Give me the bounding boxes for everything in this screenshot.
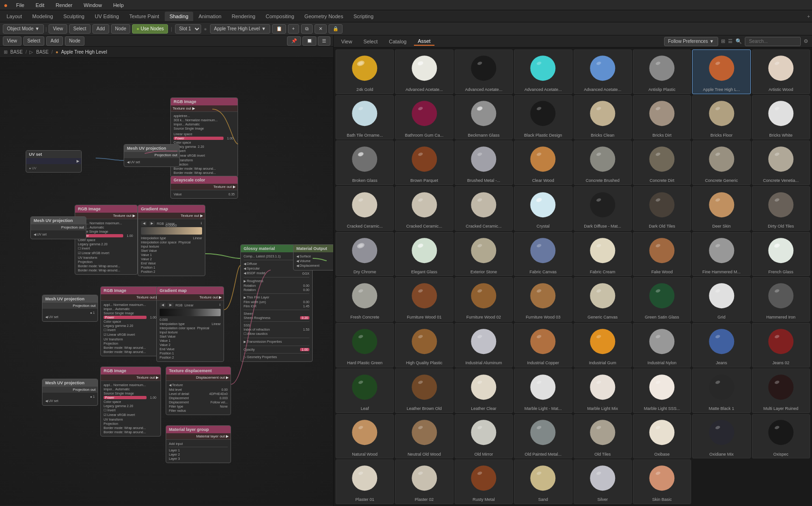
asset-item-57[interactable]: Leather Brown Old <box>395 368 453 413</box>
view-button[interactable]: View <box>49 24 67 34</box>
asset-item-73[interactable]: Plaster 02 <box>395 459 453 504</box>
asset-item-62[interactable]: Matte Black 1 <box>692 368 750 413</box>
node-rgb-image-1[interactable]: RGB Image Texture out ▶ appletree... 303… <box>170 97 238 177</box>
tab-view[interactable]: View <box>337 38 356 45</box>
asset-item-54[interactable]: Jeans <box>692 323 750 367</box>
asset-item-8[interactable]: Bath Tile Orname... <box>336 95 394 140</box>
asset-item-17[interactable]: Brown Parquet <box>395 140 453 185</box>
asset-item-68[interactable]: Old Tiles <box>574 414 632 459</box>
menu-file[interactable]: File <box>13 1 27 9</box>
node-node-btn[interactable]: Node <box>65 36 84 46</box>
asset-item-59[interactable]: Marble Light - Mat... <box>514 368 572 413</box>
shield-button[interactable]: 🔒 <box>329 24 343 34</box>
asset-item-37[interactable]: Fake Wood <box>633 232 691 277</box>
asset-item-4[interactable]: Advanced Acetate... <box>574 49 632 94</box>
asset-item-71[interactable]: Oxispec <box>752 414 810 459</box>
asset-item-76[interactable]: Silver <box>574 459 632 504</box>
asset-item-47[interactable]: Hammered Iron <box>752 277 810 322</box>
asset-item-66[interactable]: Old Mirror <box>455 414 513 459</box>
asset-item-42[interactable]: Furniture Wood 02 <box>455 277 513 322</box>
asset-item-44[interactable]: Generic Canvas <box>574 277 632 322</box>
new-material-button[interactable]: + <box>288 24 299 34</box>
asset-item-33[interactable]: Elegant Glass <box>395 232 453 277</box>
delete-material-button[interactable]: ✕ <box>315 24 327 34</box>
tab-rendering[interactable]: Rendering <box>227 12 260 21</box>
asset-item-41[interactable]: Furniture Wood 01 <box>395 277 453 322</box>
asset-item-29[interactable]: Dark Old Tiles <box>633 186 691 231</box>
asset-item-38[interactable]: Fine Hammered M... <box>692 232 750 277</box>
asset-item-15[interactable]: Bricks White <box>752 95 810 140</box>
asset-item-36[interactable]: Fabric Cream <box>574 232 632 277</box>
object-mode-dropdown[interactable]: Object Mode ▼ <box>3 24 44 34</box>
asset-item-1[interactable]: Advanced Acetate... <box>395 49 453 94</box>
node-gradient-map[interactable]: Gradient map Texture out ▶ ◀ ▶ RGB Linea… <box>138 205 205 276</box>
asset-item-69[interactable]: Oxibase <box>633 414 691 459</box>
asset-item-7[interactable]: Artistic Wood <box>752 49 810 94</box>
material-dropdown[interactable]: Apple Tree High Level ▼ <box>210 24 270 34</box>
node-texture-displacement[interactable]: Texture displacement Displacement out ▶ … <box>166 367 231 415</box>
tab-uv-editing[interactable]: UV Editing <box>90 12 124 21</box>
tab-catalog[interactable]: Catalog <box>385 38 410 45</box>
asset-item-12[interactable]: Bricks Clean <box>574 95 632 140</box>
asset-item-30[interactable]: Deer Skin <box>692 186 750 231</box>
asset-item-23[interactable]: Concrete Venetia... <box>752 140 810 185</box>
node-button[interactable]: Node <box>111 24 131 34</box>
duplicate-material-button[interactable]: ⧉ <box>301 24 313 34</box>
tab-shading[interactable]: Shading <box>165 12 193 21</box>
node-mesh-uv-3[interactable]: Mesh UV projection Projection out ● 1 ◀ … <box>42 295 98 322</box>
asset-item-74[interactable]: Rusty Metal <box>455 459 513 504</box>
tab-texture-paint[interactable]: Texture Paint <box>125 12 164 21</box>
asset-item-61[interactable]: Marble Light SSS... <box>633 368 691 413</box>
asset-item-0[interactable]: 24k Gold <box>336 49 394 94</box>
tab-sculpting[interactable]: Sculpting <box>59 12 89 21</box>
asset-item-24[interactable]: Cracked Ceramic... <box>336 186 394 231</box>
node-rgb-image-3[interactable]: RGB Image Texture out ▶ appl... Normaliz… <box>100 286 161 356</box>
asset-item-19[interactable]: Clear Wood <box>514 140 572 185</box>
node-editor[interactable]: View Select Add Node 📌 🔲 ☰ ⊞ BASE / ▷ BA… <box>0 35 334 506</box>
asset-filter-icon[interactable]: ⊞ <box>721 38 725 44</box>
asset-item-13[interactable]: Bricks Dirt <box>633 95 691 140</box>
tab-geometry-nodes[interactable]: Geometry Nodes <box>300 12 348 21</box>
asset-item-25[interactable]: Cracked Ceramic... <box>395 186 453 231</box>
asset-item-75[interactable]: Sand <box>514 459 572 504</box>
asset-item-50[interactable]: Industrial Aluminum <box>455 323 513 367</box>
node-mesh-uv-1[interactable]: Mesh UV projection Projection out ◀ UV s… <box>124 144 180 167</box>
asset-item-28[interactable]: Dark Diffuse - Mat... <box>574 186 632 231</box>
asset-item-21[interactable]: Concrete Dirt <box>633 140 691 185</box>
asset-item-22[interactable]: Concrete Generic <box>692 140 750 185</box>
asset-item-10[interactable]: Beckmann Glass <box>455 95 513 140</box>
asset-item-53[interactable]: Industrial Nylon <box>633 323 691 367</box>
tab-compositing[interactable]: Compositing <box>261 12 299 21</box>
node-rgb-image-2[interactable]: RGB Image Texture out ▶ 303 k... Normali… <box>75 205 138 275</box>
tab-select[interactable]: Select <box>360 38 382 45</box>
node-rgb-image-4[interactable]: RGB Image Texture out ▶ appl... Normaliz… <box>100 367 161 437</box>
asset-item-67[interactable]: Old Painted Metal... <box>514 414 572 459</box>
asset-item-70[interactable]: Oxidiane Mix <box>692 414 750 459</box>
asset-item-43[interactable]: Furniture Wood 03 <box>514 277 572 322</box>
search-input[interactable] <box>745 37 801 46</box>
node-view-btn[interactable]: View <box>3 36 21 46</box>
asset-item-18[interactable]: Brushed Metal -... <box>455 140 513 185</box>
asset-item-6[interactable]: Apple Tree High L... <box>692 49 750 94</box>
node-uv-set-1[interactable]: UV set ▶ ● UV <box>26 150 82 173</box>
node-add-btn[interactable]: Add <box>46 36 63 46</box>
node-select-btn[interactable]: Select <box>23 36 45 46</box>
asset-item-65[interactable]: Neutral Old Wood <box>395 414 453 459</box>
add-button[interactable]: Add <box>92 24 109 34</box>
asset-item-55[interactable]: Jeans 02 <box>752 323 810 367</box>
asset-item-11[interactable]: Black Plastic Design <box>514 95 572 140</box>
node-material-layer-group[interactable]: Material layer group Material layer out … <box>166 425 231 463</box>
asset-item-64[interactable]: Natural Wood <box>336 414 394 459</box>
asset-item-2[interactable]: Advanced Acetate... <box>455 49 513 94</box>
asset-item-32[interactable]: Dry Chrome <box>336 232 394 277</box>
asset-settings-icon[interactable]: ⚙ <box>804 38 808 44</box>
node-mesh-uv-2[interactable]: Mesh UV projection Projection out ◀ UV s… <box>30 216 86 239</box>
node-material-output[interactable]: Material Output ◀ Surface ◀ Volume ◀ Dis… <box>293 244 333 270</box>
browse-material-button[interactable]: 📋 <box>272 24 286 34</box>
asset-list-icon[interactable]: ☰ <box>728 38 733 44</box>
asset-item-49[interactable]: High Quality Plastic <box>395 323 453 367</box>
asset-item-56[interactable]: Leaf <box>336 368 394 413</box>
node-overlay-btn[interactable]: ☰ <box>318 36 330 46</box>
menu-window[interactable]: Window <box>81 1 105 9</box>
asset-item-3[interactable]: Advanced Acetate... <box>514 49 572 94</box>
